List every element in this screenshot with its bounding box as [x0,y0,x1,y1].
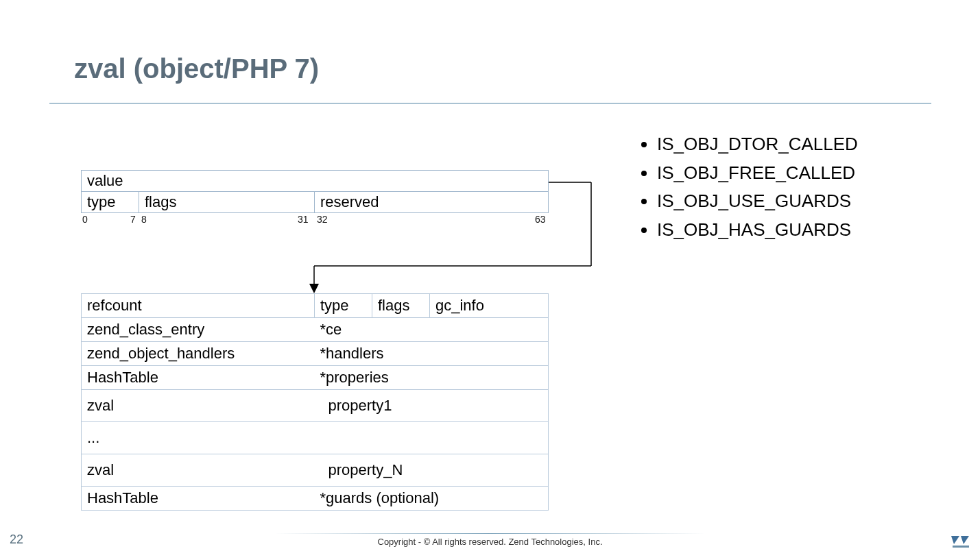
obj-row: ... [82,422,549,454]
svg-rect-7 [953,546,969,548]
bit-31: 31 [298,214,309,225]
obj-flags-cell: flags [372,294,430,318]
obj-left: HashTable [82,487,315,511]
zval-reserved-cell: reserved [315,192,549,213]
svg-marker-4 [309,284,319,293]
pointer-arrow [0,0,617,302]
zval-type-cell: type [82,192,139,213]
obj-right: *properies [315,366,549,390]
slide-title: zval (object/PHP 7) [74,53,319,84]
svg-marker-5 [951,536,959,544]
bit-8: 8 [141,214,147,225]
bit-0: 0 [82,214,88,225]
obj-left: zend_object_handlers [82,342,315,366]
svg-marker-6 [961,536,969,544]
obj-right: property1 [315,390,549,422]
bit-7: 7 [130,214,136,225]
bit-63: 63 [535,214,546,225]
obj-left: ... [82,422,315,454]
obj-right: *ce [315,318,549,342]
obj-gcinfo-cell: gc_info [430,294,549,318]
flag-item: IS_OBJ_HAS_GUARDS [657,216,858,245]
obj-row: HashTable *guards (optional) [82,487,549,511]
obj-row: zend_object_handlers *handlers [82,342,549,366]
obj-right [315,422,549,454]
obj-row: zval property1 [82,390,549,422]
obj-left: HashTable [82,366,315,390]
title-underline [49,103,931,103]
obj-left: zval [82,390,315,422]
zval-value-cell: value [82,171,549,192]
copyright-text: Copyright - © All rights reserved. Zend … [0,537,980,547]
flag-item: IS_OBJ_FREE_CALLED [657,159,858,188]
obj-row: HashTable *properies [82,366,549,390]
obj-left: zval [82,454,315,487]
obj-type-cell: type [315,294,372,318]
footer-divider [274,533,706,535]
obj-left: zend_class_entry [82,318,315,342]
obj-right: property_N [315,454,549,487]
bit-32: 32 [317,214,328,225]
flag-item: IS_OBJ_USE_GUARDS [657,187,858,216]
zval-struct-table: value type flags reserved [81,170,549,213]
obj-row: zval property_N [82,454,549,487]
obj-row: zend_class_entry *ce [82,318,549,342]
obj-refcount-cell: refcount [82,294,315,318]
obj-right: *guards (optional) [315,487,549,511]
object-flags-list: IS_OBJ_DTOR_CALLED IS_OBJ_FREE_CALLED IS… [638,130,858,244]
object-struct-table: refcount type flags gc_info zend_class_e… [81,293,549,511]
obj-right: *handlers [315,342,549,366]
flag-item: IS_OBJ_DTOR_CALLED [657,130,858,159]
zval-flags-cell: flags [139,192,315,213]
zend-logo-icon [951,533,970,550]
